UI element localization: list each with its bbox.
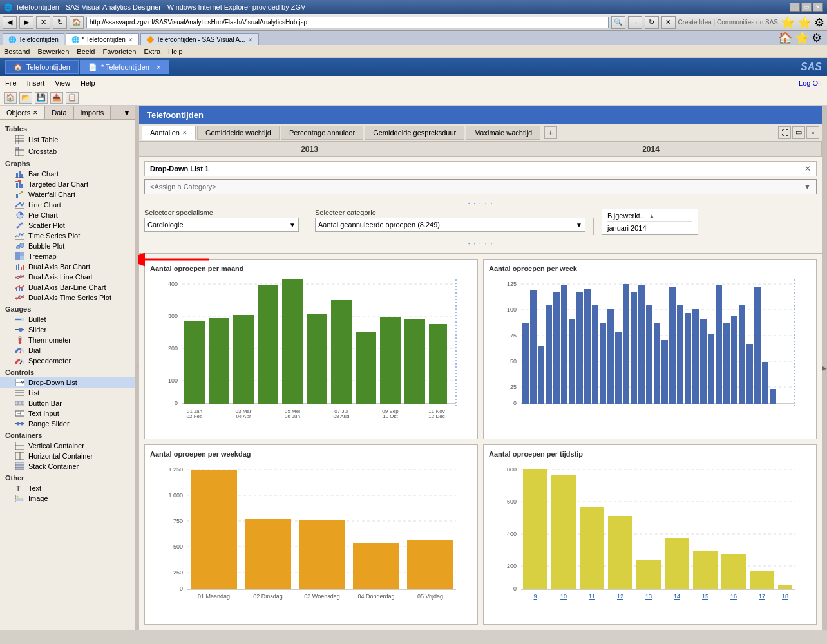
sidebar-item-horizontal-container[interactable]: Horizontal Container — [0, 451, 135, 461]
refresh2-button[interactable]: ↻ — [645, 16, 659, 29]
filter-dots-bottom[interactable]: · · · · · — [144, 238, 817, 249]
panel-tab-data[interactable]: Data — [45, 106, 73, 119]
tab-close-button[interactable]: ✕ — [128, 37, 133, 43]
menu-bewerken[interactable]: Bewerken — [37, 48, 69, 55]
sidebar-item-crosstab[interactable]: Crosstab — [0, 146, 135, 157]
logout-link[interactable]: Log Off — [799, 79, 822, 87]
app-tab-active[interactable]: 📄 * Telefoontijden ✕ — [80, 60, 169, 74]
svg-rect-90 — [258, 285, 278, 404]
sidebar-item-dual-line[interactable]: Dual Axis Line Chart — [0, 272, 135, 282]
menu-favorieten[interactable]: Favorieten — [102, 48, 136, 55]
toolbar-home-button[interactable]: 🏠 — [4, 92, 17, 104]
sidebar-item-treemap[interactable]: Treemap — [0, 251, 135, 261]
back-button[interactable]: ◀ — [3, 16, 17, 29]
home-button[interactable]: 🏠 — [70, 16, 84, 29]
specialisme-dropdown[interactable]: Cardiologie ▼ — [144, 218, 299, 232]
menu-extra[interactable]: Extra — [144, 48, 160, 55]
menu-beeld[interactable]: Beeld — [77, 48, 95, 55]
sidebar-item-thermometer[interactable]: Thermometer — [0, 335, 135, 345]
toolbar-export-button[interactable]: 📤 — [50, 92, 63, 104]
sidebar-item-slider[interactable]: Slider — [0, 325, 135, 335]
content-tab-gemiddelde-wacht[interactable]: Gemiddelde wachtijd — [197, 126, 280, 140]
address-bar[interactable] — [86, 17, 609, 28]
svg-text:04 Donderdag: 04 Donderdag — [357, 593, 394, 600]
fit-tab-button[interactable]: ▭ — [792, 126, 805, 139]
stop2-button[interactable]: ✕ — [661, 16, 676, 29]
toolbar-save-button[interactable]: 💾 — [35, 92, 48, 104]
browser-tab-active[interactable]: 🌐 * Telefoontijden ✕ — [66, 33, 139, 45]
sidebar-item-text-input[interactable]: Text Input — [0, 408, 135, 419]
search-button[interactable]: 🔍 — [611, 16, 625, 29]
content-tab-gespreksduur[interactable]: Gemiddelde gespreksduur — [365, 126, 464, 140]
sidebar-item-image[interactable]: Image — [0, 493, 135, 504]
tab-aantallen-close[interactable]: ✕ — [182, 129, 187, 136]
tools-icon[interactable]: ⚙ — [814, 15, 824, 30]
menu-insert[interactable]: Insert — [27, 79, 45, 87]
sidebar-item-dual-timeseries[interactable]: Dual Axis Time Series Plot — [0, 292, 135, 303]
svg-rect-19 — [21, 191, 23, 193]
menu-file[interactable]: File — [5, 79, 17, 87]
toolbar-clipboard-button[interactable]: 📋 — [66, 92, 79, 104]
content-tab-percentage[interactable]: Percentage annuleer — [281, 126, 363, 140]
objects-tab-close[interactable]: ✕ — [33, 109, 38, 116]
sidebar-item-dual-bar[interactable]: Dual Axis Bar Chart — [0, 261, 135, 272]
app-tab-home[interactable]: 🏠 Telefoontijden — [5, 60, 79, 74]
sidebar-item-time-series[interactable]: Time Series Plot — [0, 231, 135, 241]
right-collapse-handle[interactable]: ▶ — [822, 106, 827, 630]
bar-chart-icon — [15, 170, 24, 178]
sidebar-item-vertical-container[interactable]: Vertical Container — [0, 440, 135, 451]
menu-help[interactable]: Help — [81, 79, 95, 87]
sidebar-item-dial[interactable]: Dial — [0, 345, 135, 355]
panel-tab-objects[interactable]: Objects ✕ — [0, 106, 45, 119]
filter-dots-top[interactable]: · · · · · — [144, 197, 817, 209]
minimize-button[interactable]: _ — [790, 3, 800, 12]
sas-communities-link[interactable]: Create Idea | Communities on SAS — [678, 19, 778, 26]
browser-tab-telefoontijden[interactable]: 🌐 Telefoontijden — [3, 33, 64, 45]
sidebar-item-bubble-plot[interactable]: Bubble Plot — [0, 241, 135, 251]
home-nav-icon[interactable]: 🏠 — [778, 31, 792, 45]
restore-button[interactable]: ▭ — [801, 3, 812, 12]
sidebar-item-pie-chart[interactable]: Pie Chart — [0, 210, 135, 220]
sidebar-item-stack-container[interactable]: Stack Container — [0, 461, 135, 471]
menu-bestand[interactable]: Bestand — [4, 48, 30, 55]
panel-funnel-button[interactable]: ▼ — [119, 106, 135, 119]
refresh-button[interactable]: ↻ — [53, 16, 67, 29]
sidebar-item-button-bar[interactable]: Button Bar — [0, 398, 135, 408]
dropdown-card-close[interactable]: ✕ — [804, 164, 811, 173]
tab-close-ext[interactable]: ✕ — [248, 37, 253, 43]
forward-button[interactable]: ▶ — [19, 16, 33, 29]
content-tab-max-wacht[interactable]: Maximale wachtijd — [466, 126, 540, 140]
assign-category-dropdown[interactable]: <Assign a Category> ▼ — [144, 179, 817, 194]
stop-button[interactable]: ✕ — [36, 16, 50, 29]
sidebar-item-speedometer[interactable]: Speedometer — [0, 355, 135, 366]
menu-view[interactable]: View — [55, 79, 70, 87]
maximize-tab-button[interactable]: ⛶ — [778, 126, 791, 139]
sidebar-item-dual-barline[interactable]: Dual Axis Bar-Line Chart — [0, 282, 135, 292]
menu-help[interactable]: Help — [168, 48, 183, 55]
panel-tab-imports[interactable]: Imports — [74, 106, 111, 119]
sidebar-item-list-table[interactable]: List Table — [0, 134, 135, 146]
categorie-dropdown[interactable]: Aantal geannuleerde oproepen (8.249) ▼ — [315, 218, 585, 232]
content-tab-aantallen[interactable]: Aantallen ✕ — [142, 126, 196, 140]
add-tab-button[interactable]: + — [544, 126, 557, 139]
sidebar-item-waterfall[interactable]: Waterfall Chart — [0, 189, 135, 200]
sidebar-item-targeted-bar[interactable]: Targeted Bar Chart — [0, 179, 135, 189]
sidebar-item-list[interactable]: List — [0, 388, 135, 398]
sidebar-item-dropdown[interactable]: Drop-Down List — [0, 377, 135, 388]
sidebar-item-text[interactable]: T Text — [0, 483, 135, 493]
sidebar-item-line-chart[interactable]: Line Chart — [0, 200, 135, 210]
cog-nav-icon[interactable]: ⚙ — [812, 31, 822, 45]
sidebar-item-scatter-plot[interactable]: Scatter Plot — [0, 220, 135, 231]
toolbar-open-button[interactable]: 📂 — [19, 92, 32, 104]
go-button[interactable]: → — [628, 16, 642, 29]
app-tab-close[interactable]: ✕ — [156, 64, 161, 71]
sidebar-item-bullet[interactable]: Bullet — [0, 314, 135, 325]
sidebar-item-range-slider[interactable]: Range Slider — [0, 419, 135, 429]
sidebar-item-bar-chart[interactable]: Bar Chart — [0, 169, 135, 179]
close-button[interactable]: ✕ — [813, 3, 823, 12]
bijgewerkt-sort-icon[interactable]: ▲ — [649, 213, 655, 220]
svg-rect-172 — [353, 543, 399, 589]
star-nav-icon[interactable]: ⭐ — [795, 31, 809, 45]
browser-tab-external[interactable]: 🔶 Telefoontijden - SAS Visual A... ✕ — [140, 33, 259, 45]
shrink-tab-button[interactable]: ▫ — [806, 126, 819, 139]
